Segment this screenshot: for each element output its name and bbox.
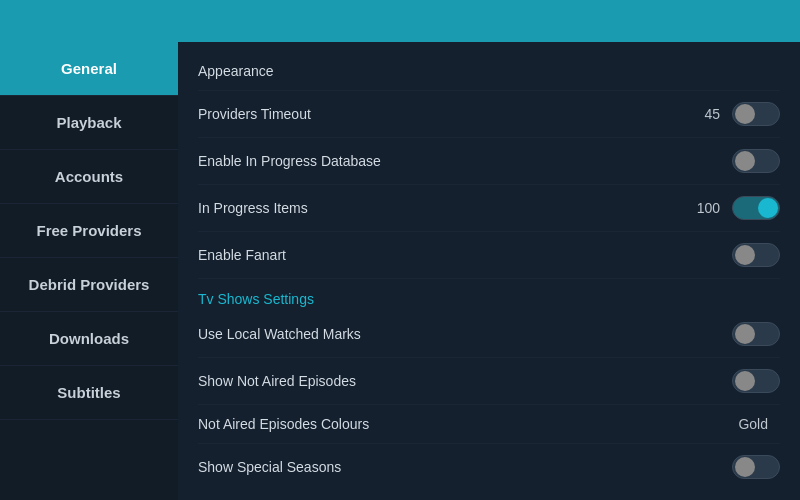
sidebar-item-general[interactable]: General bbox=[0, 42, 178, 96]
setting-row-enable-in-progress-db: Enable In Progress Database bbox=[198, 138, 780, 185]
setting-label: In Progress Items bbox=[198, 200, 684, 216]
setting-row-in-progress-items: In Progress Items100 bbox=[198, 185, 780, 232]
setting-row-providers-timeout: Providers Timeout45 bbox=[198, 91, 780, 138]
toggle-knob bbox=[735, 324, 755, 344]
toggle-switch[interactable] bbox=[732, 455, 780, 479]
sidebar-item-accounts[interactable]: Accounts bbox=[0, 150, 178, 204]
setting-label: Show Special Seasons bbox=[198, 459, 732, 475]
toggle-knob bbox=[735, 371, 755, 391]
setting-row-use-local-watched: Use Local Watched Marks bbox=[198, 311, 780, 358]
sidebar-item-debrid-providers[interactable]: Debrid Providers bbox=[0, 258, 178, 312]
setting-label: Appearance bbox=[198, 63, 780, 79]
toggle-switch[interactable] bbox=[732, 322, 780, 346]
toggle-switch[interactable] bbox=[732, 369, 780, 393]
setting-row-enable-fanart: Enable Fanart bbox=[198, 232, 780, 279]
setting-label: Enable Fanart bbox=[198, 247, 732, 263]
setting-value: 100 bbox=[684, 200, 720, 216]
setting-label: Show Not Aired Episodes bbox=[198, 373, 732, 389]
content-area: AppearanceProviders Timeout45Enable In P… bbox=[178, 42, 800, 500]
setting-value: 45 bbox=[684, 106, 720, 122]
sidebar-item-subtitles[interactable]: Subtitles bbox=[0, 366, 178, 420]
toggle-knob bbox=[758, 198, 778, 218]
setting-label: Use Local Watched Marks bbox=[198, 326, 732, 342]
setting-row-show-special-seasons: Show Special Seasons bbox=[198, 444, 780, 490]
setting-row-not-aired-colours: Not Aired Episodes ColoursGold bbox=[198, 405, 780, 444]
toggle-switch[interactable] bbox=[732, 149, 780, 173]
setting-value: Gold bbox=[732, 416, 768, 432]
toggle-knob bbox=[735, 245, 755, 265]
sidebar: GeneralPlaybackAccountsFree ProvidersDeb… bbox=[0, 42, 178, 500]
tv-shows-section-header: Tv Shows Settings bbox=[198, 279, 780, 311]
sidebar-item-free-providers[interactable]: Free Providers bbox=[0, 204, 178, 258]
setting-row-show-not-aired: Show Not Aired Episodes bbox=[198, 358, 780, 405]
title-bar bbox=[0, 0, 800, 42]
setting-label: Providers Timeout bbox=[198, 106, 684, 122]
setting-label: Not Aired Episodes Colours bbox=[198, 416, 732, 432]
toggle-switch[interactable] bbox=[732, 196, 780, 220]
sidebar-item-downloads[interactable]: Downloads bbox=[0, 312, 178, 366]
toggle-knob bbox=[735, 151, 755, 171]
toggle-switch[interactable] bbox=[732, 102, 780, 126]
setting-label: Enable In Progress Database bbox=[198, 153, 732, 169]
main-layout: GeneralPlaybackAccountsFree ProvidersDeb… bbox=[0, 42, 800, 500]
toggle-knob bbox=[735, 104, 755, 124]
toggle-knob bbox=[735, 457, 755, 477]
setting-row-appearance: Appearance bbox=[198, 52, 780, 91]
sidebar-item-playback[interactable]: Playback bbox=[0, 96, 178, 150]
toggle-switch[interactable] bbox=[732, 243, 780, 267]
